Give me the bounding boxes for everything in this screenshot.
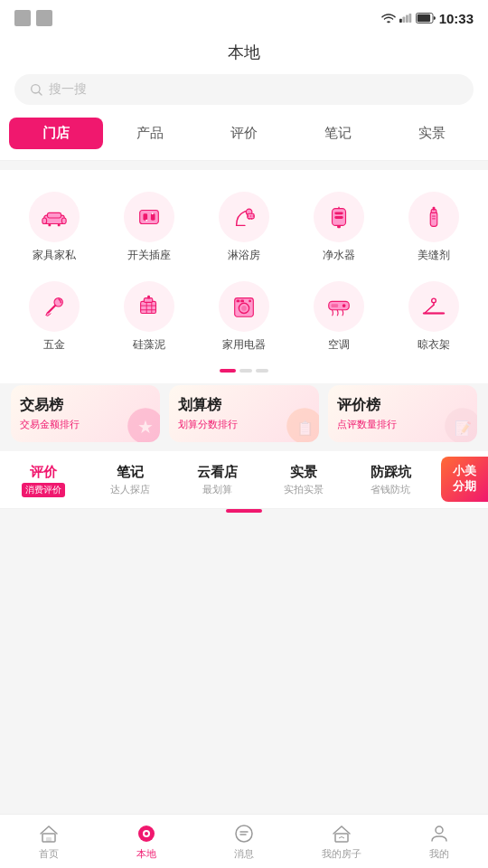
- cat-label-washer: 家用电器: [222, 337, 266, 353]
- svg-point-17: [152, 212, 154, 214]
- svg-rect-14: [144, 213, 148, 221]
- svg-point-21: [250, 215, 252, 217]
- xiaomei-btn[interactable]: 小美 分期: [441, 457, 488, 502]
- category-section: 家具家私 开关插座: [0, 170, 488, 383]
- rank-card-review[interactable]: 评价榜 点评数量排行 📝: [328, 385, 477, 442]
- category-item-washer[interactable]: 家用电器: [197, 274, 292, 363]
- xiaomei-line2: 分期: [453, 479, 476, 493]
- status-bar: 10:33: [0, 0, 488, 33]
- tab-product[interactable]: 产品: [103, 118, 197, 149]
- gallery-icon: [14, 10, 31, 26]
- content-tab-notes[interactable]: 笔记 达人探店: [87, 464, 174, 497]
- category-item-sofa[interactable]: 家具家私: [7, 184, 102, 274]
- content-tab-trap-sub: 省钱防坑: [371, 483, 410, 496]
- tab-review[interactable]: 评价: [197, 118, 291, 149]
- user-icon: [428, 823, 450, 844]
- content-tab-trap-main: 防踩坑: [371, 464, 411, 481]
- svg-rect-28: [334, 216, 343, 219]
- svg-point-23: [249, 218, 250, 220]
- svg-rect-29: [337, 225, 341, 228]
- message-icon: [233, 823, 255, 844]
- nav-house-label: 我的房子: [322, 847, 361, 861]
- nav-my-label: 我的: [429, 847, 449, 861]
- category-item-switch[interactable]: 开关插座: [102, 184, 197, 274]
- content-tab-cloud-sub: 最划算: [202, 483, 232, 496]
- svg-point-61: [145, 832, 148, 835]
- tab-scene[interactable]: 实景: [385, 118, 479, 149]
- svg-rect-3: [408, 14, 411, 23]
- main-content: 搜一搜 门店 产品 评价 笔记 实景: [0, 74, 488, 645]
- category-item-ac[interactable]: 空调: [291, 274, 386, 363]
- nav-my[interactable]: 我的: [390, 815, 488, 868]
- rank-card-value[interactable]: 划算榜 划算分数排行 📋: [169, 385, 318, 442]
- svg-rect-11: [49, 224, 52, 227]
- svg-point-62: [236, 826, 252, 842]
- signal-icon: [399, 13, 412, 24]
- content-tab-scene[interactable]: 实景 实拍实景: [260, 464, 347, 497]
- content-tab-trap[interactable]: 防踩坑 省钱防坑: [347, 464, 434, 497]
- svg-rect-65: [335, 834, 348, 842]
- paint-icon: [136, 293, 163, 320]
- svg-rect-37: [141, 301, 156, 313]
- svg-point-42: [241, 306, 247, 311]
- svg-rect-10: [48, 212, 61, 218]
- svg-rect-13: [140, 211, 159, 224]
- home-icon: [38, 823, 60, 844]
- svg-rect-33: [432, 207, 435, 211]
- cat-label-hanger: 晾衣架: [418, 337, 450, 353]
- font-icon: [36, 10, 52, 26]
- cat-label-paint: 硅藻泥: [133, 337, 165, 353]
- cat-label-ac: 空调: [328, 337, 350, 353]
- rank-card-transaction[interactable]: 交易榜 交易金额排行 ★: [11, 385, 160, 442]
- ranking-section: 交易榜 交易金额排行 ★ 划算榜 划算分数排行 📋 评价榜 点评数量排行 📝: [0, 385, 488, 442]
- content-placeholder: [0, 509, 488, 581]
- category-item-shower[interactable]: 淋浴房: [197, 184, 292, 274]
- content-tab-cloud[interactable]: 云看店 最划算: [174, 464, 260, 497]
- tabs-bar: 门店 产品 评价 笔记 实景: [0, 118, 488, 161]
- svg-text:📝: 📝: [454, 420, 472, 437]
- content-tab-scene-sub: 实拍实景: [284, 483, 324, 496]
- nav-home[interactable]: 首页: [0, 815, 98, 868]
- page-header: 本地: [0, 33, 488, 74]
- search-input-wrap[interactable]: 搜一搜: [14, 74, 474, 105]
- category-item-wrench[interactable]: 五金: [7, 274, 102, 363]
- svg-rect-15: [151, 213, 155, 221]
- category-item-hanger[interactable]: 晾衣架: [386, 274, 481, 363]
- nav-house[interactable]: 我的房子: [293, 815, 390, 868]
- svg-text:★: ★: [137, 417, 154, 437]
- tab-notes[interactable]: 笔记: [291, 118, 385, 149]
- washer-icon: [230, 293, 258, 320]
- svg-point-22: [253, 215, 255, 217]
- svg-rect-58: [46, 837, 52, 842]
- search-icon: [29, 82, 43, 97]
- svg-rect-2: [406, 15, 408, 23]
- svg-point-16: [145, 220, 147, 222]
- cat-label-shower: 淋浴房: [228, 248, 260, 263]
- content-tab-cloud-main: 云看店: [197, 464, 238, 481]
- rank-deco-2: 📋: [285, 406, 319, 442]
- cat-label-wrench: 五金: [43, 337, 65, 353]
- svg-point-45: [249, 300, 251, 303]
- category-item-filter[interactable]: 净水器: [291, 184, 386, 274]
- status-right-info: 10:33: [381, 11, 474, 26]
- nav-local[interactable]: 本地: [98, 815, 195, 868]
- wifi-icon: [381, 13, 396, 24]
- svg-text:📋: 📋: [296, 420, 314, 437]
- content-tab-review[interactable]: 评价 消费评价: [0, 464, 87, 497]
- bottle-icon: [420, 203, 447, 231]
- svg-rect-39: [147, 296, 150, 299]
- hanger-icon: [420, 293, 447, 320]
- local-icon: [136, 823, 157, 844]
- bottom-nav: 首页 本地 消息 我的房子 我的: [0, 814, 488, 868]
- category-item-bottle[interactable]: 美缝剂: [386, 184, 481, 274]
- category-item-paint[interactable]: 硅藻泥: [102, 274, 197, 363]
- shower-icon: [230, 203, 258, 231]
- tab-store[interactable]: 门店: [9, 118, 103, 149]
- page-dots: [0, 363, 488, 383]
- nav-message[interactable]: 消息: [195, 815, 293, 868]
- svg-point-48: [343, 304, 346, 307]
- dot-1: [239, 369, 252, 373]
- cat-label-bottle: 美缝剂: [418, 248, 450, 263]
- xiaomei-line1: 小美: [453, 464, 476, 477]
- svg-rect-44: [240, 300, 244, 303]
